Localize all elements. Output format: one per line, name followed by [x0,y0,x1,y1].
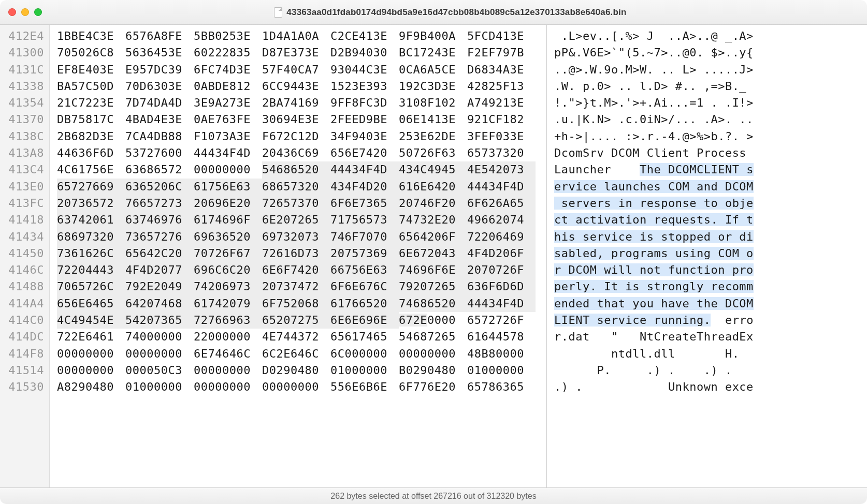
ascii-row[interactable]: .u.|K.N> .c.0iN>/... .A>. .. [554,111,867,128]
offset-cell: 413E0 [0,179,44,195]
offset-cell: 413A8 [0,145,44,161]
hex-row[interactable]: 656E646564207468617420796F75206861766520… [57,295,546,312]
ascii-row[interactable]: servers in response to obje [554,195,867,212]
ascii-row[interactable]: .L>ev..[.%> J ..A>..@ _.A> [554,28,867,45]
hex-row[interactable]: 657276696365206C61756E6368657320434F4D20… [57,179,546,195]
offset-cell: 4131C [0,62,44,78]
ascii-row[interactable]: r DCOM will not function pro [554,262,867,278]
offset-cell: 41488 [0,278,44,295]
offset-cell: 414DC [0,329,44,345]
ascii-row[interactable]: LIENT service running. erro [554,312,867,329]
offset-cell: 4138C [0,128,44,145]
hex-row[interactable]: 207365727665727320696E20726573706F6E7365… [57,195,546,212]
ascii-row[interactable]: ntdll.dll H. [554,346,867,362]
offset-cell: 41338 [0,78,44,95]
titlebar[interactable]: 43363aa0d1fdab0174d94bd5a9e16d47cbb08b4b… [0,0,867,25]
offset-cell: 41530 [0,379,44,395]
hex-row[interactable]: 705026C85636453E60222835D87E373ED2B94030… [57,45,546,61]
hex-row[interactable]: 44636F6D5372760044434F4D20436C69656E7420… [57,145,546,161]
ascii-row[interactable]: sabled, programs using COM o [554,245,867,262]
ascii-row[interactable]: !.">}t.M>.'>+.Ai...=1 . .I!> [554,95,867,111]
hex-row[interactable]: 00000000000000006E74646C6C2E646C6C000000… [57,346,546,362]
hex-row[interactable]: 63742061637469766174696F6E20726571756573… [57,212,546,228]
document-icon [274,7,282,18]
hex-row[interactable]: 21C7223E7D74DA4D3E9A273E2BA741699FF8FC3D… [57,95,546,111]
ascii-row[interactable]: pP&.V6E>`"(5.~7>..@0. $>..y{ [554,45,867,61]
offset-cell: 41514 [0,362,44,379]
status-bar: 262 bytes selected at offset 267216 out … [0,487,867,504]
hex-row[interactable]: BA57C50D70D6303E0ABDE8126CC9443E1523E393… [57,78,546,95]
offset-cell: 413FC [0,195,44,212]
status-text: 262 bytes selected at offset 267216 out … [330,492,536,501]
hex-row[interactable]: 00000000000050C300000000D029048001000000… [57,362,546,379]
ascii-row[interactable]: r.dat " NtCreateThreadEx [554,329,867,345]
offset-cell: 41418 [0,212,44,228]
hex-row[interactable]: DB75817C4BAD4E3E0AE763FE30694E3E2FEED9BE… [57,111,546,128]
offset-cell: 414A4 [0,295,44,312]
close-icon[interactable] [8,8,16,16]
hex-row[interactable]: 7361626C65642C2070726F6772616D7320757369… [57,245,546,262]
offset-cell: 413C4 [0,161,44,178]
ascii-row[interactable]: ervice launches COM and DCOM [554,179,867,195]
hex-row[interactable]: 4C49454E5420736572766963652072756E6E696E… [57,312,546,329]
offset-cell: 4146C [0,262,44,278]
minimize-icon[interactable] [21,8,29,16]
ascii-row[interactable]: .W. p.0> .. l.D> #.. ,=>B._ [554,78,867,95]
hex-row[interactable]: A8290480010000000000000000000000556E6B6E… [57,379,546,395]
offset-cell: 41450 [0,245,44,262]
ascii-column[interactable]: .L>ev..[.%> J ..A>..@ _.A>pP&.V6E>`"(5.~… [547,25,867,487]
ascii-row[interactable]: ..@>.W.9o.M>W. .. L> .....J> [554,62,867,78]
offset-cell: 412E4 [0,28,44,45]
ascii-row[interactable]: ended that you have the DCOM [554,295,867,312]
ascii-row[interactable]: his service is stopped or di [554,229,867,245]
offset-cell: 414C0 [0,312,44,329]
offset-column: 412E4413004131C4133841354413704138C413A8… [0,25,50,487]
hex-row[interactable]: 722044434F4D2077696C6C206E6F742066756E63… [57,262,546,278]
hex-column[interactable]: 1BBE4C3E6576A8FE5BB0253E1D4A1A0AC2CE413E… [50,25,547,487]
title-wrap: 43363aa0d1fdab0174d94bd5a9e16d47cbb08b4b… [42,7,859,18]
offset-cell: 41300 [0,45,44,61]
hex-row[interactable]: 7065726C792E204974206973207374726F6E676C… [57,278,546,295]
ascii-row[interactable]: perly. It is strongly recomm [554,278,867,295]
ascii-row[interactable]: +h->|.... :>.r.-4.@>%>b.?. > [554,128,867,145]
ascii-row[interactable]: DcomSrv DCOM Client Process [554,145,867,161]
hex-row[interactable]: 722E646174000000220000004E74437265617465… [57,329,546,345]
offset-cell: 41354 [0,95,44,111]
offset-cell: 41434 [0,229,44,245]
zoom-icon[interactable] [34,8,42,16]
hex-editor-content[interactable]: 412E4413004131C4133841354413704138C413A8… [0,25,867,487]
hex-row[interactable]: 68697320736572766963652069732073746F7070… [57,229,546,245]
hex-row[interactable]: 4C61756E63686572000000005468652044434F4D… [57,161,546,178]
ascii-row[interactable]: Launcher The DCOMCLIENT s [554,161,867,178]
hex-row[interactable]: 2B682D3E7CA4DB88F1073A3EF672C12D34F9403E… [57,128,546,145]
ascii-row[interactable]: .) . Unknown exce [554,379,867,395]
ascii-row[interactable]: ct activation requests. If t [554,212,867,228]
offset-cell: 414F8 [0,346,44,362]
window-controls [8,8,42,16]
ascii-row[interactable]: P. .) . .) . [554,362,867,379]
offset-cell: 41370 [0,111,44,128]
window-title: 43363aa0d1fdab0174d94bd5a9e16d47cbb08b4b… [286,7,626,18]
hex-row[interactable]: EF8E403EE957DC396FC74D3E57F40CA793044C3E… [57,62,546,78]
hex-row[interactable]: 1BBE4C3E6576A8FE5BB0253E1D4A1A0AC2CE413E… [57,28,546,45]
